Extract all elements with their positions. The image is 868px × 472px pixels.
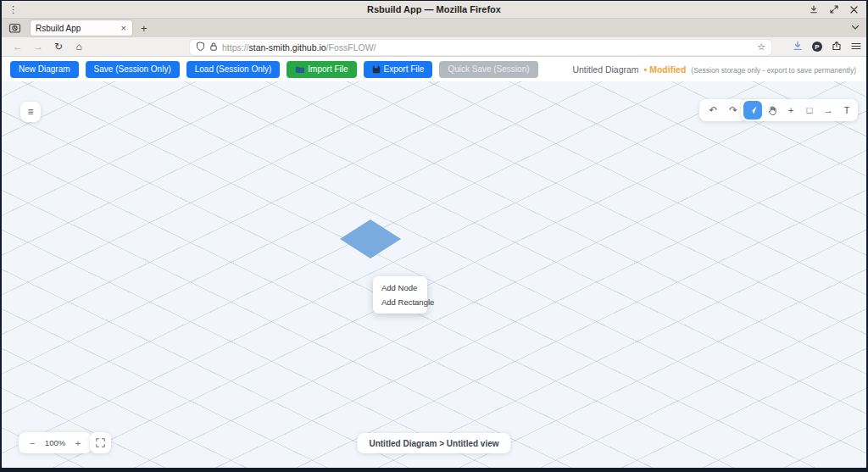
share-panel-icon[interactable] xyxy=(832,39,842,54)
modified-badge: • Modified xyxy=(644,64,687,75)
close-window-button[interactable] xyxy=(850,6,858,14)
context-menu: Add Node Add Rectangle xyxy=(373,276,427,314)
history-toolbar: ↶ ↷ xyxy=(699,99,747,121)
cursor-icon xyxy=(748,105,758,115)
app-toolbar: New Diagram Save (Session Only) Load (Se… xyxy=(2,57,866,81)
home-icon[interactable]: ⌂ xyxy=(71,42,86,52)
rectangle-tool-button[interactable]: □ xyxy=(801,102,818,119)
forward-icon[interactable]: → xyxy=(31,42,46,52)
tab-close-icon[interactable]: × xyxy=(120,24,127,33)
url-path: /FossFLOW/ xyxy=(326,42,376,53)
diamond-node[interactable] xyxy=(340,219,401,258)
connector-tool-button[interactable]: → xyxy=(820,102,837,119)
quick-save-button[interactable]: Quick Save (Session) xyxy=(439,61,537,78)
tab-bar: Rsbuild App × + xyxy=(2,19,866,37)
session-hint: (Session storage only - export to save p… xyxy=(691,66,856,75)
new-tab-button[interactable]: + xyxy=(141,23,147,34)
url-text: https://stan-smith.github.io/FossFLOW/ xyxy=(222,42,753,53)
lock-icon[interactable] xyxy=(209,40,218,55)
navigation-bar: ← → ↻ ⌂ https://stan-smith.github.io/Fos… xyxy=(2,37,866,57)
diagram-name: Untitled Diagram xyxy=(572,64,638,75)
extension-p-icon[interactable]: P xyxy=(812,42,822,52)
maximize-button[interactable] xyxy=(830,5,838,14)
undo-icon[interactable]: ↶ xyxy=(704,102,721,119)
arrow-icon: → xyxy=(823,105,833,115)
minimize-button[interactable] xyxy=(810,5,818,14)
import-file-button[interactable]: Import File xyxy=(287,61,356,78)
pan-tool-button[interactable] xyxy=(764,102,781,119)
breadcrumb[interactable]: Untitled Diagram > Untitled view xyxy=(357,433,510,453)
fullscreen-button[interactable] xyxy=(90,432,111,453)
url-scheme: https:// xyxy=(222,42,249,53)
save-session-button[interactable]: Save (Session Only) xyxy=(86,61,180,78)
fullscreen-icon xyxy=(96,438,105,447)
tools-toolbar: + □ → T xyxy=(741,99,858,121)
zoom-out-button[interactable]: − xyxy=(22,438,42,448)
menu-icon: ≡ xyxy=(27,106,33,118)
diagram-status: Untitled Diagram • Modified (Session sto… xyxy=(572,64,858,75)
shield-icon[interactable] xyxy=(196,40,205,55)
window-title: Rsbuild App — Mozilla Firefox xyxy=(2,4,866,14)
import-file-label: Import File xyxy=(308,64,348,74)
reload-icon[interactable]: ↻ xyxy=(51,42,66,52)
hand-icon xyxy=(767,105,777,116)
export-file-button[interactable]: Export File xyxy=(364,61,433,78)
main-menu-button[interactable]: ≡ xyxy=(20,102,41,122)
url-bar[interactable]: https://stan-smith.github.io/FossFLOW/ ☆ xyxy=(190,40,771,55)
app-menu-icon[interactable] xyxy=(851,39,861,54)
load-session-button[interactable]: Load (Session Only) xyxy=(186,61,281,78)
zoom-level: 100% xyxy=(42,438,68,447)
back-icon[interactable]: ← xyxy=(10,42,25,52)
export-file-label: Export File xyxy=(384,64,425,74)
downloads-icon[interactable] xyxy=(793,39,803,54)
zoom-controls: − 100% + xyxy=(19,432,92,453)
browser-window: ⋮ Rsbuild App — Mozilla Firefox xyxy=(2,1,866,468)
bookmark-star-icon[interactable]: ☆ xyxy=(757,42,765,53)
rectangle-icon: □ xyxy=(807,105,813,115)
redo-icon[interactable]: ↷ xyxy=(725,102,742,119)
text-tool-button[interactable]: T xyxy=(838,102,855,119)
tab-title: Rsbuild App xyxy=(36,24,120,33)
new-diagram-button[interactable]: New Diagram xyxy=(10,61,79,78)
zoom-in-button[interactable]: + xyxy=(68,438,88,448)
floppy-disk-icon xyxy=(372,65,381,74)
firefox-view-icon[interactable] xyxy=(8,22,22,34)
select-tool-button[interactable] xyxy=(743,101,762,119)
tab-rsbuild-app[interactable]: Rsbuild App × xyxy=(31,20,132,36)
context-menu-add-node[interactable]: Add Node xyxy=(373,280,427,295)
window-titlebar: ⋮ Rsbuild App — Mozilla Firefox xyxy=(2,1,866,19)
text-tool-icon: T xyxy=(843,105,849,115)
diagram-canvas[interactable]: ≡ ↶ ↷ + □ → T Add Node Add Rectan xyxy=(2,81,866,468)
url-host: stan-smith.github.io xyxy=(249,42,326,53)
list-all-tabs-icon[interactable] xyxy=(851,24,860,32)
context-menu-add-rectangle[interactable]: Add Rectangle xyxy=(373,295,427,309)
add-node-tool-button[interactable]: + xyxy=(782,102,799,119)
plus-icon: + xyxy=(788,105,794,115)
folder-icon xyxy=(295,65,304,74)
